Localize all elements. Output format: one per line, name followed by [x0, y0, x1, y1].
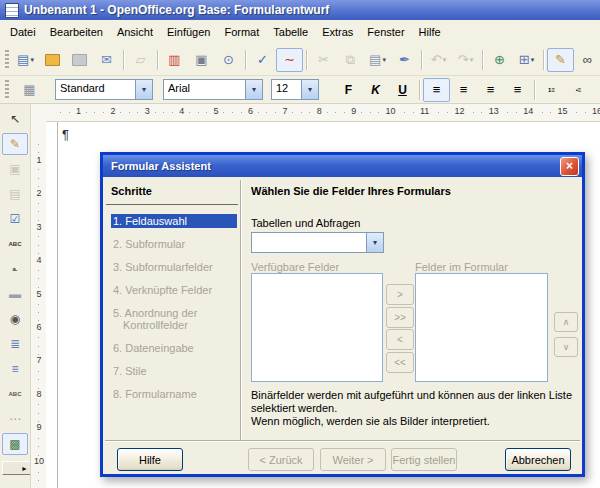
decrease-indent-button[interactable]: ⇤ — [592, 78, 600, 102]
combobox-control-icon: ≡ — [11, 363, 18, 375]
menu-format[interactable]: Format — [217, 23, 266, 41]
align-right-button[interactable]: ≡ — [477, 78, 504, 102]
move-up-button: ∧ — [554, 312, 578, 332]
form-properties-icon: ▤ — [9, 188, 20, 200]
push-button-control-icon: ▬ — [9, 288, 21, 300]
align-left-button[interactable]: ≡ — [423, 78, 450, 102]
autospellcheck-button[interactable]: ∼ — [276, 48, 303, 72]
checkbox-control-button[interactable]: ☑ — [2, 208, 28, 230]
new-document-button[interactable]: ▤▾ — [12, 48, 39, 72]
more-controls-button[interactable]: ⋯ — [2, 408, 28, 430]
hruler-mark-7: 7 — [280, 106, 289, 116]
align-justify-button[interactable]: ≡ — [504, 78, 531, 102]
font-name-select[interactable]: Arial ▾ — [163, 79, 263, 100]
hruler-mark-2: 2 — [108, 106, 117, 116]
styles-window-button[interactable]: ▦ — [16, 78, 43, 102]
toolbar-separator — [421, 50, 422, 70]
menu-hilfe[interactable]: Hilfe — [412, 23, 448, 41]
italic-button[interactable]: K — [362, 78, 389, 102]
note-line-2: Wenn möglich, werden sie als Bilder inte… — [251, 415, 583, 428]
page-preview-button[interactable]: ⊙ — [215, 48, 242, 72]
menu-extras[interactable]: Extras — [315, 23, 360, 41]
format-paintbrush-button[interactable]: ✒ — [391, 48, 418, 72]
toolbar-drag-handle[interactable] — [5, 80, 9, 100]
tables-queries-select[interactable]: ▾ — [251, 232, 384, 253]
wizard-step-7: 7. Stile — [111, 364, 237, 378]
formatted-field-button[interactable]: a. — [2, 258, 28, 280]
undo-button: ↶▾ — [425, 48, 452, 72]
window-titlebar[interactable]: Unbenannt 1 - OpenOffice.org Base: Formu… — [0, 0, 600, 20]
design-mode-button[interactable]: ✎ — [547, 48, 574, 72]
cancel-button[interactable]: Abbrechen — [505, 448, 571, 471]
print-button[interactable]: ▣ — [188, 48, 215, 72]
paragraph-style-select[interactable]: Standard ▾ — [55, 79, 153, 100]
chevron-down-icon: ▾ — [470, 56, 474, 64]
bullet-list-button[interactable]: •≡ — [565, 78, 592, 102]
align-right-icon: ≡ — [487, 83, 495, 96]
label-control-button[interactable]: ABC — [2, 383, 28, 405]
vertical-ruler[interactable]: 12345678910 — [30, 104, 47, 488]
hruler-mark-15: 15 — [556, 106, 570, 116]
form-fields-listbox[interactable] — [415, 273, 548, 382]
chevron-down-icon[interactable]: ▾ — [135, 80, 152, 99]
styles-window-icon: ▦ — [23, 83, 35, 96]
open-button[interactable] — [39, 48, 66, 72]
chevron-down-icon[interactable]: ▾ — [382, 56, 386, 64]
option-button-control-button[interactable]: ◉ — [2, 308, 28, 330]
menu-ansicht[interactable]: Ansicht — [110, 23, 160, 41]
design-mode-toggle-button[interactable]: ✎ — [2, 133, 28, 155]
dialog-titlebar[interactable]: Formular Assistent × — [103, 155, 582, 177]
menu-einfgen[interactable]: Einfügen — [160, 23, 217, 41]
help-button[interactable]: Hilfe — [117, 448, 183, 471]
toolbar-overflow-arrow[interactable]: ► — [2, 461, 31, 475]
find-button[interactable]: ∞ — [574, 48, 600, 72]
combobox-control-button[interactable]: ≡ — [2, 358, 28, 380]
chevron-down-icon: ▾ — [443, 56, 447, 64]
listbox-control-icon: ≣ — [10, 338, 20, 350]
toolbar-drag-handle[interactable] — [5, 50, 9, 70]
chevron-down-icon[interactable]: ▾ — [531, 56, 535, 64]
copy-icon: ⧉ — [346, 53, 355, 66]
horizontal-ruler[interactable]: 12345678910111213141516 — [46, 104, 600, 122]
paragraph-mark: ¶ — [62, 127, 69, 142]
align-center-button[interactable]: ≡ — [450, 78, 477, 102]
export-pdf-button[interactable]: ▥ — [161, 48, 188, 72]
form-design-button[interactable]: ▩ — [2, 433, 28, 455]
chevron-down-icon[interactable]: ▾ — [30, 56, 34, 64]
menu-fenster[interactable]: Fenster — [360, 23, 411, 41]
form-properties-button: ▤ — [2, 183, 28, 205]
underline-button[interactable]: U — [389, 78, 416, 102]
page-preview-icon: ⊙ — [223, 53, 234, 66]
menu-bearbeiten[interactable]: Bearbeiten — [43, 23, 110, 41]
font-size-select[interactable]: 12 ▾ — [271, 79, 319, 100]
app-icon — [5, 3, 19, 18]
paragraph-style-value: Standard — [56, 80, 135, 99]
more-controls-icon: ⋯ — [9, 413, 21, 425]
hyperlink-button[interactable]: ⊕ — [486, 48, 513, 72]
listbox-control-button[interactable]: ≣ — [2, 333, 28, 355]
wizard-step-1[interactable]: 1. Feldauswahl — [111, 214, 237, 228]
chevron-down-icon[interactable]: ▾ — [245, 80, 262, 99]
available-fields-listbox[interactable] — [251, 273, 383, 382]
numbered-list-button[interactable]: 1≡ — [538, 78, 565, 102]
hruler-mark-4: 4 — [177, 106, 186, 116]
wizard-step-5: 5. Anordnung der Kontrollfelder — [111, 306, 237, 332]
email-button[interactable]: ✉ — [93, 48, 120, 72]
push-button-control-button[interactable]: ▬ — [2, 283, 28, 305]
select-pointer-button[interactable]: ↖ — [2, 108, 28, 130]
close-icon[interactable]: × — [560, 157, 579, 176]
paste-button[interactable]: ▤▾ — [364, 48, 391, 72]
table-button[interactable]: ⊞▾ — [513, 48, 540, 72]
textbox-control-button[interactable]: ABC — [2, 233, 28, 255]
menu-tabelle[interactable]: Tabelle — [266, 23, 315, 41]
spellcheck-button[interactable]: ✓ — [249, 48, 276, 72]
bold-button[interactable]: F — [335, 78, 362, 102]
toolbar-separator — [306, 50, 307, 70]
chevron-down-icon[interactable]: ▾ — [366, 233, 383, 252]
chevron-down-icon[interactable]: ▾ — [301, 80, 318, 99]
menu-datei[interactable]: Datei — [3, 23, 43, 41]
hruler-mark-5: 5 — [212, 106, 221, 116]
align-center-icon: ≡ — [460, 83, 468, 96]
toolbar-separator — [245, 50, 246, 70]
menubar: DateiBearbeitenAnsichtEinfügenFormatTabe… — [0, 20, 600, 44]
